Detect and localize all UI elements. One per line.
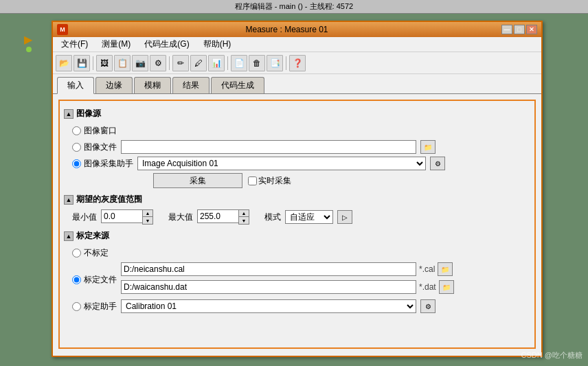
circle-indicator	[26, 47, 32, 52]
row-acquisition: 图像采集助手 Image Acquisition 01 ⚙	[64, 157, 530, 170]
mode-extra-btn[interactable]: ▷	[337, 210, 352, 224]
max-spinbox: ▲ ▼	[197, 209, 249, 225]
menu-help[interactable]: 帮助(H)	[198, 37, 237, 52]
cal-ext-label: *.cal	[419, 264, 435, 274]
dat-ext-label: *.dat	[419, 282, 436, 292]
radio-image-file[interactable]	[72, 143, 81, 152]
cal-assistant-settings-btn[interactable]: ⚙	[420, 299, 436, 313]
row-no-calibration: 不标定	[64, 246, 530, 260]
sep4	[286, 56, 286, 70]
row-image-file: 图像文件 📁	[64, 140, 530, 154]
inner-window: M Measure : Measure 01 — □ ✕ 文件(F) 测量(M)…	[52, 21, 543, 357]
content-area: ▲ 图像源 图像窗口 图像文件 📁	[53, 93, 541, 354]
toolbar-paste-img[interactable]: 📋	[114, 55, 131, 71]
image-source-collapse[interactable]: ▲	[64, 109, 74, 119]
acquisition-settings-btn[interactable]: ⚙	[430, 157, 445, 170]
toolbar-brush[interactable]: 🖊	[190, 55, 207, 71]
row-image-window: 图像窗口	[64, 124, 530, 137]
row-minmax: 最小值 ▲ ▼ 最大值 ▲ ▼	[64, 209, 530, 225]
min-spinbox-up[interactable]: ▲	[143, 210, 152, 217]
cal-file-browse-btn[interactable]: 📁	[438, 262, 453, 276]
menu-bar: 文件(F) 测量(M) 代码生成(G) 帮助(H)	[53, 37, 541, 52]
toolbar-duplicate[interactable]: 📑	[267, 55, 283, 71]
collect-button[interactable]: 采集	[153, 173, 242, 188]
menu-file[interactable]: 文件(F)	[56, 37, 93, 52]
min-spinbox-down[interactable]: ▼	[143, 217, 152, 224]
tab-input[interactable]: 输入	[57, 77, 94, 94]
minimize-button[interactable]: —	[501, 25, 512, 34]
max-spinbox-up[interactable]: ▲	[239, 210, 249, 217]
tabs-bar: 输入 边缘 模糊 结果 代码生成	[53, 74, 541, 93]
label-no-calibration[interactable]: 不标定	[72, 247, 109, 259]
toolbar-camera[interactable]: 📷	[132, 55, 148, 71]
acquisition-dropdown-container: Image Acquisition 01	[137, 157, 426, 170]
radio-no-calibration[interactable]	[72, 249, 81, 258]
menu-codegen[interactable]: 代码生成(G)	[139, 37, 194, 52]
calibration-collapse[interactable]: ▲	[64, 231, 74, 241]
calibration-title: 标定来源	[76, 230, 109, 242]
max-spinbox-buttons: ▲ ▼	[238, 209, 249, 225]
gray-range-collapse[interactable]: ▲	[64, 195, 74, 205]
row-cal-assistant: 标定助手 Calibration 01 ⚙	[64, 299, 530, 313]
image-file-input[interactable]	[121, 140, 416, 154]
tab-result[interactable]: 结果	[172, 77, 210, 93]
radio-image-window[interactable]	[72, 126, 81, 135]
min-label: 最小值	[72, 211, 97, 223]
gray-range-title: 期望的灰度值范围	[76, 194, 142, 205]
cal-assistant-dropdown[interactable]: Calibration 01	[121, 299, 416, 313]
label-cal-file[interactable]: 标定文件	[72, 274, 117, 286]
radio-cal-assistant[interactable]	[72, 302, 81, 311]
min-value-input[interactable]	[101, 209, 142, 223]
realtime-checkbox[interactable]	[248, 176, 257, 185]
toolbar-pen[interactable]: ✏	[172, 55, 189, 71]
arrow-indicator: ▶	[24, 33, 32, 46]
desktop: 程序编辑器 - main () - 主线程: 4572 ▶ BREd M Mea…	[0, 0, 588, 366]
inner-title-text: Measure : Measure 01	[72, 25, 501, 34]
max-spinbox-down[interactable]: ▼	[239, 217, 249, 224]
acquisition-dropdown[interactable]: Image Acquisition 01	[137, 157, 426, 170]
cal-file-input[interactable]	[121, 262, 416, 276]
close-button[interactable]: ✕	[526, 25, 537, 34]
image-file-browse-btn[interactable]: 📁	[420, 140, 436, 154]
tab-codegen[interactable]: 代码生成	[211, 77, 264, 93]
toolbar: 📂 💾 🖼 📋 📷 ⚙ ✏ 🖊 📊 📄 🗑 📑 ❓	[53, 52, 541, 74]
row-collect: 采集 实时采集	[64, 173, 530, 188]
gray-range-section-header: ▲ 期望的灰度值范围	[64, 194, 530, 205]
radio-acquisition[interactable]	[72, 159, 81, 168]
min-spinbox-buttons: ▲ ▼	[142, 209, 153, 225]
dat-file-row: *.dat 📁	[121, 280, 454, 294]
cal-file-row: *.cal 📁	[121, 262, 454, 276]
radio-cal-file[interactable]	[72, 275, 81, 284]
sep2	[169, 56, 170, 70]
maximize-button[interactable]: □	[514, 25, 525, 34]
realtime-checkbox-label[interactable]: 实时采集	[248, 175, 291, 187]
dat-file-input[interactable]	[121, 280, 416, 294]
toolbar-save[interactable]: 💾	[74, 55, 90, 71]
sep3	[227, 56, 228, 70]
toolbar-delete[interactable]: 🗑	[249, 55, 265, 71]
toolbar-page[interactable]: 📄	[231, 55, 247, 71]
toolbar-copy-img[interactable]: 🖼	[96, 55, 113, 71]
mode-dropdown[interactable]: 自适应	[285, 210, 333, 224]
toolbar-open[interactable]: 📂	[56, 55, 72, 71]
toolbar-help[interactable]: ❓	[289, 55, 306, 71]
mode-label: 模式	[264, 211, 281, 223]
calibration-section-header: ▲ 标定来源	[64, 230, 530, 242]
sep1	[93, 56, 93, 70]
label-image-window[interactable]: 图像窗口	[72, 125, 117, 137]
toolbar-filter[interactable]: ⚙	[150, 55, 166, 71]
tab-edge[interactable]: 边缘	[95, 77, 133, 93]
toolbar-chart[interactable]: 📊	[208, 55, 225, 71]
watermark: CSDN @吃个糖糖	[521, 350, 583, 361]
max-value-input[interactable]	[197, 209, 238, 223]
row-cal-file: 标定文件 *.cal 📁 *.dat 📁	[64, 262, 530, 297]
dat-file-browse-btn[interactable]: 📁	[439, 280, 454, 294]
menu-measure[interactable]: 测量(M)	[96, 37, 136, 52]
cal-files-container: *.cal 📁 *.dat 📁	[121, 262, 454, 297]
title-icon: M	[57, 24, 68, 35]
label-cal-assistant[interactable]: 标定助手	[72, 301, 117, 312]
tab-blur[interactable]: 模糊	[134, 77, 171, 93]
content-inner: ▲ 图像源 图像窗口 图像文件 📁	[58, 100, 536, 349]
label-image-file[interactable]: 图像文件	[72, 141, 117, 153]
label-acquisition[interactable]: 图像采集助手	[72, 158, 133, 170]
